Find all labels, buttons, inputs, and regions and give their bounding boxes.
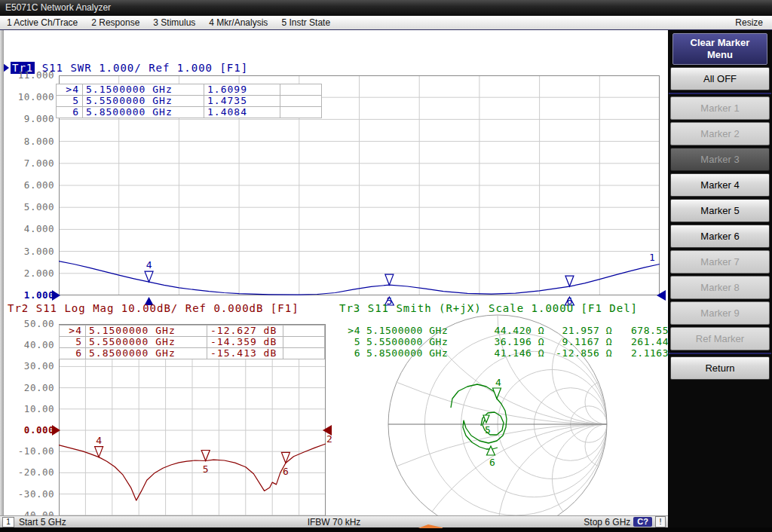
marker-readout-cell: [280, 107, 322, 118]
marker-readout-cell: 5.8500000 GHz: [83, 107, 204, 118]
ifbw-label: IFBW 70 kHz: [308, 517, 361, 527]
y-axis-label: 6.000: [24, 180, 54, 191]
marker-5-button[interactable]: Marker 5: [670, 199, 770, 222]
correction-status-badge: C?: [633, 517, 652, 527]
menu-resize[interactable]: Resize: [728, 17, 772, 28]
y-axis-label: 3.000: [24, 246, 54, 257]
trace-annotation-label: 4: [146, 259, 152, 271]
menu-bar: 1 Active Ch/Trace2 Response3 Stimulus4 M…: [0, 16, 772, 30]
stop-frequency-label: Stop 6 GHz: [584, 517, 630, 527]
display-area: Tr1 S11 SWR 1.000/ Ref 1.000 [F1] 11.000…: [0, 30, 668, 527]
marker-readout-cell: [283, 348, 325, 359]
instrument-screen: E5071C Network Analyzer 1 Active Ch/Trac…: [0, 0, 772, 532]
status-right-group: Stop 6 GHz C? !: [584, 516, 666, 527]
marker-readout-cell: 6: [341, 347, 360, 359]
y-axis-label: 0.000: [24, 425, 54, 436]
y-axis-label: -30.00: [18, 489, 54, 500]
marker-readout-cell: 5.5500000 GHz: [360, 336, 481, 347]
marker-readout-cell: 9.1167 Ω: [544, 336, 612, 347]
marker-readout-cell: -15.413 dB: [207, 348, 283, 359]
marker-readout-cell: 5.8500000 GHz: [86, 348, 207, 359]
marker-readout-cell: 5: [341, 336, 360, 347]
marker-readout-row: >45.1500000 GHz1.6099: [57, 84, 322, 96]
marker-readout-row: 55.5500000 GHz1.4735: [57, 96, 322, 107]
y-axis-label: 11.000: [18, 70, 54, 81]
y-axis-label: 8.000: [24, 136, 54, 147]
marker-readout-cell: 5.5500000 GHz: [86, 337, 207, 348]
marker-readout-row: 65.8500000 GHz1.4084: [57, 107, 322, 118]
softkey-separator: [669, 93, 771, 94]
marker-readout-row: 55.5500000 GHz36.196 Ω9.1167 Ω261.44 pH: [341, 336, 688, 347]
menu-1-active-ch-trace[interactable]: 1 Active Ch/Trace: [0, 17, 84, 28]
menu-5-instr-state[interactable]: 5 Instr State: [274, 17, 337, 28]
trace-annotation-label: 4: [495, 377, 501, 388]
ref-marker-button: Ref Marker: [670, 327, 770, 350]
title-bar: E5071C Network Analyzer: [0, 0, 772, 16]
marker-readout-cell: 21.957 Ω: [544, 325, 612, 336]
marker-8-button: Marker 8: [670, 276, 770, 299]
y-axis-label: 9.000: [24, 114, 54, 124]
marker-6-button[interactable]: Marker 6: [670, 225, 770, 248]
active-trace-arrow-icon: [3, 63, 9, 72]
return-button[interactable]: Return: [670, 356, 770, 380]
marker-readout-row: >45.1500000 GHz-12.627 dB: [60, 326, 325, 337]
trace-annotation-label: 6: [283, 466, 289, 477]
y-axis-label: 7.000: [24, 158, 54, 169]
y-axis-label: 30.00: [24, 361, 54, 371]
marker-readout-cell: 6: [60, 348, 86, 359]
warning-indicator: !: [655, 516, 666, 527]
marker-readout-cell: [280, 96, 322, 107]
softkey-menu-title-line1: Clear Marker: [673, 37, 767, 49]
marker-readout-cell: 5: [57, 96, 83, 107]
marker-readout-cell: 6: [57, 107, 83, 118]
window-frame-left: [0, 30, 4, 527]
all-off-button[interactable]: All OFF: [670, 67, 770, 90]
marker-readout-cell: [283, 326, 325, 337]
marker-readout-cell: 5.1500000 GHz: [83, 84, 204, 96]
y-axis-label: -20.00: [18, 467, 54, 478]
marker-readout-cell: >4: [57, 84, 83, 96]
softkey-menu-title: Clear Marker Menu: [672, 33, 767, 65]
channel-number-badge: 1: [2, 517, 14, 527]
marker-readout-row: 55.5500000 GHz-14.359 dB: [60, 337, 325, 348]
marker-readout-cell: 1.4084: [204, 107, 280, 118]
softkey-buttons: All OFFMarker 1Marker 2Marker 3Marker 4M…: [668, 67, 772, 380]
marker-2-button: Marker 2: [670, 122, 770, 145]
marker-readout-cell: 5.1500000 GHz: [86, 326, 207, 337]
marker-readout-cell: 5.5500000 GHz: [83, 96, 204, 107]
marker-readout-cell: >4: [341, 325, 360, 336]
y-axis-label: 50.00: [24, 319, 54, 329]
trace2-header[interactable]: Tr2 S11 Log Mag 10.00dB/ Ref 0.000dB [F1…: [8, 302, 299, 315]
menu-3-stimulus[interactable]: 3 Stimulus: [146, 17, 202, 28]
marker-readout-cell: [283, 337, 325, 348]
y-axis-label: 2.000: [24, 268, 54, 279]
marker-readout-cell: 36.196 Ω: [481, 336, 544, 347]
tr2-marker-readout: >45.1500000 GHz-12.627 dB55.5500000 GHz-…: [59, 325, 325, 359]
menu-items: 1 Active Ch/Trace2 Response3 Stimulus4 M…: [0, 17, 337, 28]
marker-readout-cell: 1.4735: [204, 96, 280, 107]
softkey-sidebar: Clear Marker Menu All OFFMarker 1Marker …: [668, 30, 772, 532]
marker-4-button[interactable]: Marker 4: [670, 173, 770, 197]
marker-readout-cell: [280, 84, 322, 96]
trace2-format-label: Tr2 S11 Log Mag 10.00dB/ Ref 0.000dB [F1…: [8, 302, 299, 314]
trace1-format-label: S11 SWR 1.000/ Ref 1.000 [F1]: [35, 62, 248, 74]
menu-4-mkr-analysis[interactable]: 4 Mkr/Analysis: [202, 17, 274, 28]
marker-3-button[interactable]: Marker 3: [670, 148, 770, 171]
softkey-menu-title-line2: Menu: [673, 49, 767, 61]
trace-annotation-label: 5: [203, 463, 209, 475]
y-axis-label: 10.00: [24, 404, 54, 414]
status-bar: 1 Start 5 GHz IFBW 70 kHz Stop 6 GHz C? …: [0, 515, 668, 527]
tr1-marker-readout: >45.1500000 GHz1.609955.5500000 GHz1.473…: [56, 84, 322, 118]
marker-7-button: Marker 7: [670, 250, 770, 274]
trace-annotation-label: 2: [326, 433, 332, 445]
marker-readout-row: 65.8500000 GHz-15.413 dB: [60, 348, 325, 359]
menu-2-response[interactable]: 2 Response: [84, 17, 146, 28]
marker-readout-cell: -14.359 dB: [207, 337, 283, 348]
marker-readout-row: 65.8500000 GHz41.146 Ω-12.856 Ω2.1163 pF: [341, 347, 688, 359]
y-axis-label: -10.00: [18, 446, 54, 457]
y-axis-label: 1.000: [24, 290, 54, 301]
trace-annotation-label: 1: [649, 252, 655, 263]
marker-readout-cell: 5.8500000 GHz: [360, 347, 481, 359]
marker-readout-cell: 41.146 Ω: [481, 347, 544, 359]
marker-readout-cell: 44.420 Ω: [481, 325, 544, 336]
